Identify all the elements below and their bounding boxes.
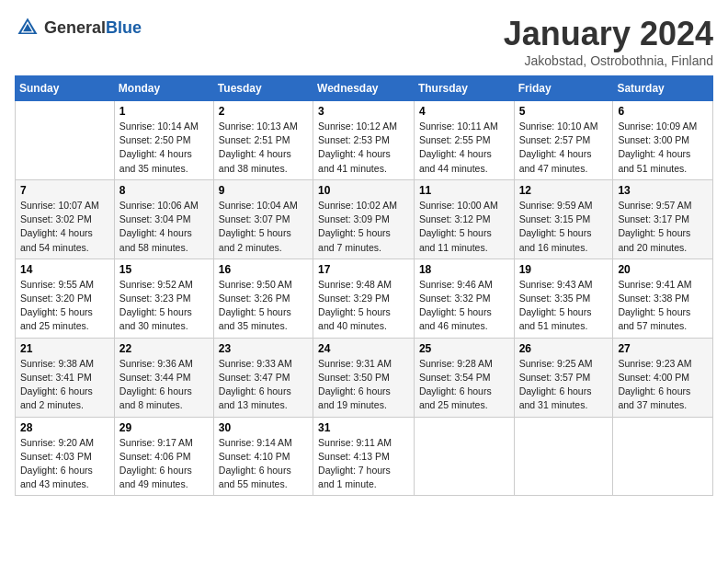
day-number: 29	[119, 421, 209, 434]
weekday-header-wednesday: Wednesday	[313, 76, 415, 101]
calendar-cell: 16Sunrise: 9:50 AM Sunset: 3:26 PM Dayli…	[213, 259, 313, 338]
calendar-table: SundayMondayTuesdayWednesdayThursdayFrid…	[15, 75, 713, 496]
day-number: 20	[618, 263, 708, 276]
day-number: 15	[119, 263, 209, 276]
cell-info: Sunrise: 10:04 AM Sunset: 3:07 PM Daylig…	[219, 199, 308, 255]
calendar-cell: 23Sunrise: 9:33 AM Sunset: 3:47 PM Dayli…	[213, 338, 313, 417]
weekday-header-tuesday: Tuesday	[213, 76, 313, 101]
calendar-cell: 22Sunrise: 9:36 AM Sunset: 3:44 PM Dayli…	[114, 338, 213, 417]
calendar-cell: 12Sunrise: 9:59 AM Sunset: 3:15 PM Dayli…	[514, 179, 613, 259]
cell-info: Sunrise: 10:13 AM Sunset: 2:51 PM Daylig…	[219, 120, 308, 176]
calendar-cell: 19Sunrise: 9:43 AM Sunset: 3:35 PM Dayli…	[514, 259, 613, 338]
cell-info: Sunrise: 9:59 AM Sunset: 3:15 PM Dayligh…	[519, 199, 609, 255]
cell-info: Sunrise: 9:48 AM Sunset: 3:29 PM Dayligh…	[318, 278, 409, 334]
cell-info: Sunrise: 10:09 AM Sunset: 3:00 PM Daylig…	[618, 120, 708, 176]
day-number: 28	[20, 421, 109, 434]
month-title: January 2024	[504, 15, 713, 53]
cell-info: Sunrise: 9:33 AM Sunset: 3:47 PM Dayligh…	[219, 357, 308, 413]
cell-info: Sunrise: 9:38 AM Sunset: 3:41 PM Dayligh…	[20, 357, 109, 413]
day-number: 19	[519, 263, 609, 276]
cell-info: Sunrise: 9:57 AM Sunset: 3:17 PM Dayligh…	[618, 199, 708, 255]
day-number: 18	[419, 263, 509, 276]
cell-info: Sunrise: 9:28 AM Sunset: 3:54 PM Dayligh…	[419, 357, 509, 413]
day-number: 4	[419, 105, 509, 118]
weekday-header-friday: Friday	[514, 76, 613, 101]
cell-info: Sunrise: 10:06 AM Sunset: 3:04 PM Daylig…	[119, 199, 209, 255]
calendar-cell: 4Sunrise: 10:11 AM Sunset: 2:55 PM Dayli…	[414, 101, 514, 180]
day-number: 2	[219, 105, 308, 118]
day-number: 5	[519, 105, 609, 118]
day-number: 13	[618, 184, 708, 197]
day-number: 14	[20, 263, 109, 276]
calendar-cell: 15Sunrise: 9:52 AM Sunset: 3:23 PM Dayli…	[114, 259, 213, 338]
calendar-cell: 1Sunrise: 10:14 AM Sunset: 2:50 PM Dayli…	[114, 101, 213, 180]
calendar-cell: 8Sunrise: 10:06 AM Sunset: 3:04 PM Dayli…	[114, 179, 213, 259]
day-number: 1	[119, 105, 209, 118]
day-number: 16	[219, 263, 308, 276]
cell-info: Sunrise: 10:02 AM Sunset: 3:09 PM Daylig…	[318, 199, 409, 255]
cell-info: Sunrise: 10:12 AM Sunset: 2:53 PM Daylig…	[318, 120, 409, 176]
cell-info: Sunrise: 9:36 AM Sunset: 3:44 PM Dayligh…	[119, 357, 209, 413]
day-number: 21	[20, 342, 109, 355]
calendar-cell: 31Sunrise: 9:11 AM Sunset: 4:13 PM Dayli…	[313, 417, 415, 496]
calendar-cell: 29Sunrise: 9:17 AM Sunset: 4:06 PM Dayli…	[114, 417, 213, 496]
day-number: 26	[519, 342, 609, 355]
day-number: 25	[419, 342, 509, 355]
logo-text-blue: Blue	[106, 18, 142, 37]
day-number: 12	[519, 184, 609, 197]
calendar-cell: 30Sunrise: 9:14 AM Sunset: 4:10 PM Dayli…	[213, 417, 313, 496]
day-number: 30	[219, 421, 308, 434]
cell-info: Sunrise: 9:17 AM Sunset: 4:06 PM Dayligh…	[119, 436, 209, 492]
cell-info: Sunrise: 10:11 AM Sunset: 2:55 PM Daylig…	[419, 120, 509, 176]
cell-info: Sunrise: 10:10 AM Sunset: 2:57 PM Daylig…	[519, 120, 609, 176]
location-title: Jakobstad, Ostrobothnia, Finland	[504, 53, 713, 68]
weekday-header-thursday: Thursday	[414, 76, 514, 101]
day-number: 27	[618, 342, 708, 355]
calendar-cell	[514, 417, 613, 496]
weekday-header-sunday: Sunday	[16, 76, 115, 101]
calendar-cell: 9Sunrise: 10:04 AM Sunset: 3:07 PM Dayli…	[213, 179, 313, 259]
cell-info: Sunrise: 10:14 AM Sunset: 2:50 PM Daylig…	[119, 120, 209, 176]
logo: GeneralBlue	[15, 15, 142, 40]
calendar-cell: 10Sunrise: 10:02 AM Sunset: 3:09 PM Dayl…	[313, 179, 415, 259]
calendar-cell: 3Sunrise: 10:12 AM Sunset: 2:53 PM Dayli…	[313, 101, 415, 180]
logo-text-general: General	[44, 18, 106, 37]
day-number: 24	[318, 342, 409, 355]
cell-info: Sunrise: 9:31 AM Sunset: 3:50 PM Dayligh…	[318, 357, 409, 413]
cell-info: Sunrise: 9:55 AM Sunset: 3:20 PM Dayligh…	[20, 278, 109, 334]
cell-info: Sunrise: 10:00 AM Sunset: 3:12 PM Daylig…	[419, 199, 509, 255]
calendar-cell: 27Sunrise: 9:23 AM Sunset: 4:00 PM Dayli…	[613, 338, 713, 417]
cell-info: Sunrise: 9:25 AM Sunset: 3:57 PM Dayligh…	[519, 357, 609, 413]
cell-info: Sunrise: 10:07 AM Sunset: 3:02 PM Daylig…	[20, 199, 109, 255]
cell-info: Sunrise: 9:52 AM Sunset: 3:23 PM Dayligh…	[119, 278, 209, 334]
calendar-cell: 26Sunrise: 9:25 AM Sunset: 3:57 PM Dayli…	[514, 338, 613, 417]
day-number: 23	[219, 342, 308, 355]
calendar-cell: 21Sunrise: 9:38 AM Sunset: 3:41 PM Dayli…	[16, 338, 115, 417]
cell-info: Sunrise: 9:11 AM Sunset: 4:13 PM Dayligh…	[318, 436, 409, 492]
calendar-cell: 25Sunrise: 9:28 AM Sunset: 3:54 PM Dayli…	[414, 338, 514, 417]
day-number: 22	[119, 342, 209, 355]
weekday-header-saturday: Saturday	[613, 76, 713, 101]
calendar-cell: 14Sunrise: 9:55 AM Sunset: 3:20 PM Dayli…	[16, 259, 115, 338]
day-number: 11	[419, 184, 509, 197]
cell-info: Sunrise: 9:41 AM Sunset: 3:38 PM Dayligh…	[618, 278, 708, 334]
calendar-cell: 28Sunrise: 9:20 AM Sunset: 4:03 PM Dayli…	[16, 417, 115, 496]
calendar-cell: 24Sunrise: 9:31 AM Sunset: 3:50 PM Dayli…	[313, 338, 415, 417]
calendar-cell	[414, 417, 514, 496]
day-number: 10	[318, 184, 409, 197]
calendar-cell: 11Sunrise: 10:00 AM Sunset: 3:12 PM Dayl…	[414, 179, 514, 259]
cell-info: Sunrise: 9:46 AM Sunset: 3:32 PM Dayligh…	[419, 278, 509, 334]
cell-info: Sunrise: 9:43 AM Sunset: 3:35 PM Dayligh…	[519, 278, 609, 334]
day-number: 9	[219, 184, 308, 197]
calendar-cell: 13Sunrise: 9:57 AM Sunset: 3:17 PM Dayli…	[613, 179, 713, 259]
title-block: January 2024 Jakobstad, Ostrobothnia, Fi…	[504, 15, 713, 68]
calendar-cell: 7Sunrise: 10:07 AM Sunset: 3:02 PM Dayli…	[16, 179, 115, 259]
calendar-cell	[613, 417, 713, 496]
day-number: 8	[119, 184, 209, 197]
day-number: 6	[618, 105, 708, 118]
calendar-cell: 6Sunrise: 10:09 AM Sunset: 3:00 PM Dayli…	[613, 101, 713, 180]
weekday-header-monday: Monday	[114, 76, 213, 101]
calendar-cell: 5Sunrise: 10:10 AM Sunset: 2:57 PM Dayli…	[514, 101, 613, 180]
day-number: 7	[20, 184, 109, 197]
calendar-cell	[16, 101, 115, 180]
